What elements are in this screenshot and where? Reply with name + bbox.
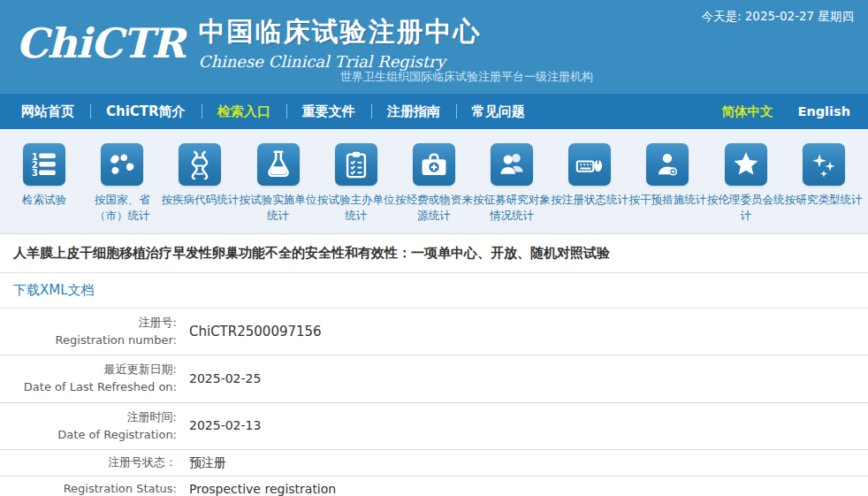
page: 今天是: 2025-02-27 星期四 ChiCTR 中国临床试验注册中心 Ch… <box>0 0 868 496</box>
today-date: 今天是: 2025-02-27 星期四 <box>701 9 854 25</box>
site-title-en: Chinese Clinical Trial Registry <box>199 52 482 71</box>
row-label: 注册时间: Date of Registration: <box>0 408 177 444</box>
site-title-zh: 中国临床试验注册中心 <box>199 14 482 50</box>
registration-status-zh-value: 预注册 <box>177 454 868 472</box>
table-row-registration-status-en: Registration Status: Prospective registr… <box>0 477 868 496</box>
table-row-registration-status-zh: 注册号状态： 预注册 <box>0 450 868 477</box>
tool-label: 按国家、省（市）统计 <box>83 192 161 224</box>
row-label-zh: 注册号: <box>0 314 177 332</box>
tool-search-trials[interactable]: 123 检索试验 <box>5 143 83 233</box>
site-header: 今天是: 2025-02-27 星期四 ChiCTR 中国临床试验注册中心 Ch… <box>0 0 868 94</box>
svg-text:3: 3 <box>32 168 38 178</box>
flask-icon <box>257 143 300 186</box>
tool-label: 按伦理委员会统计 <box>707 192 785 224</box>
tool-stats-by-country-province[interactable]: 按国家、省（市）统计 <box>83 143 161 233</box>
tool-label: 按经费或物资来源统计 <box>395 192 473 224</box>
main-nav: 网站首页 ChiCTR简介 检索入口 重要文件 注册指南 常见问题 简体中文 E… <box>0 94 868 129</box>
trial-detail: 人羊膜上皮干细胞移植治疗早发性卵巢功能不全的安全性和有效性：一项单中心、开放、随… <box>0 234 868 496</box>
clipboard-icon <box>335 143 377 186</box>
page-title: 人羊膜上皮干细胞移植治疗早发性卵巢功能不全的安全性和有效性：一项单中心、开放、随… <box>0 234 868 273</box>
world-map-icon <box>101 143 143 186</box>
table-row-registration-number: 注册号: Registration number: ChiCTR25000971… <box>0 309 868 355</box>
doctor-icon <box>646 143 689 186</box>
registration-status-en-value: Prospective registration <box>177 480 868 496</box>
nav-item-important-documents[interactable]: 重要文件 <box>286 94 371 129</box>
who-registry-line: 世界卫生组织国际临床试验注册平台一级注册机构 <box>340 69 593 85</box>
nav-item-about[interactable]: ChiCTR简介 <box>90 94 202 129</box>
tool-stats-by-registration-status[interactable]: 按注册状态统计 <box>551 143 628 233</box>
row-label: 最近更新日期: Date of Last Refreshed on: <box>0 361 177 396</box>
tool-stats-by-study-type[interactable]: 按研究类型统计 <box>785 143 863 233</box>
language-switcher: 简体中文 English <box>709 94 863 129</box>
nav-item-search-entry[interactable]: 检索入口 <box>202 94 286 129</box>
tool-stats-by-implementing-unit[interactable]: 按试验实施单位统计 <box>240 143 317 233</box>
tool-label: 按试验主办单位统计 <box>317 192 395 224</box>
nav-item-faq[interactable]: 常见问题 <box>456 94 541 129</box>
table-row-registration-date: 注册时间: Date of Registration: 2025-02-13 <box>0 403 868 450</box>
nav-item-home[interactable]: 网站首页 <box>5 94 90 129</box>
lang-simplified-chinese[interactable]: 简体中文 <box>709 103 785 120</box>
lang-english[interactable]: English <box>785 104 863 118</box>
xml-download-row: 下载XML文档 <box>0 273 868 309</box>
last-refreshed-value: 2025-02-25 <box>177 370 868 388</box>
row-label-en: Date of Registration: <box>0 426 177 444</box>
tool-stats-by-disease-code[interactable]: 按疾病代码统计 <box>161 143 239 233</box>
registration-info-table: 注册号: Registration number: ChiCTR25000971… <box>0 309 868 496</box>
tool-label: 检索试验 <box>22 192 66 208</box>
row-label: 注册号: Registration number: <box>0 314 177 349</box>
tool-stats-by-intervention[interactable]: 按干预措施统计 <box>628 143 706 233</box>
dna-icon <box>179 143 221 186</box>
download-xml-link[interactable]: 下载XML文档 <box>13 282 95 298</box>
row-label: Registration Status: <box>0 480 177 496</box>
registration-number-value: ChiCTR2500097156 <box>177 322 868 342</box>
row-label-zh: 最近更新日期: <box>0 361 177 378</box>
tool-label: 按试验实施单位统计 <box>240 192 317 224</box>
tool-label: 按征募研究对象情况统计 <box>473 192 551 224</box>
statistics-toolbar: 123 检索试验 按国家、省（市）统计 按疾病代码统计 按试验实施单位统计 <box>0 129 868 234</box>
brand: ChiCTR 中国临床试验注册中心 Chinese Clinical Trial… <box>16 12 482 74</box>
table-row-last-refreshed: 最近更新日期: Date of Last Refreshed on: 2025-… <box>0 355 868 402</box>
registration-date-value: 2025-02-13 <box>177 416 868 435</box>
row-label-en: Date of Last Refreshed on: <box>0 378 177 396</box>
tool-stats-by-funding-source[interactable]: 按经费或物资来源统计 <box>395 143 473 233</box>
tool-stats-by-recruitment-status[interactable]: 按征募研究对象情况统计 <box>473 143 551 233</box>
row-label-en: Registration number: <box>0 332 177 349</box>
row-label-en: Registration Status: <box>0 480 177 496</box>
row-label: 注册号状态： <box>0 454 177 471</box>
tool-label: 按注册状态统计 <box>552 192 629 208</box>
medical-bag-icon <box>413 143 455 186</box>
tool-label: 按疾病代码统计 <box>162 192 240 208</box>
chictr-logo[interactable]: ChiCTR <box>16 12 185 74</box>
people-icon <box>491 143 533 186</box>
tool-stats-by-sponsor-unit[interactable]: 按试验主办单位统计 <box>317 143 395 233</box>
numbered-list-icon: 123 <box>23 143 65 186</box>
star-icon <box>725 143 767 186</box>
tool-label: 按研究类型统计 <box>785 192 863 208</box>
brand-titles: 中国临床试验注册中心 Chinese Clinical Trial Regist… <box>199 12 482 71</box>
row-label-zh: 注册号状态： <box>0 454 177 471</box>
sparkles-icon <box>803 143 845 186</box>
tool-label: 按干预措施统计 <box>629 192 707 208</box>
row-label-zh: 注册时间: <box>0 408 177 426</box>
keyboard-mouse-icon <box>568 143 611 186</box>
nav-item-registration-guide[interactable]: 注册指南 <box>371 94 456 129</box>
tool-stats-by-ethics-committee[interactable]: 按伦理委员会统计 <box>707 143 785 233</box>
